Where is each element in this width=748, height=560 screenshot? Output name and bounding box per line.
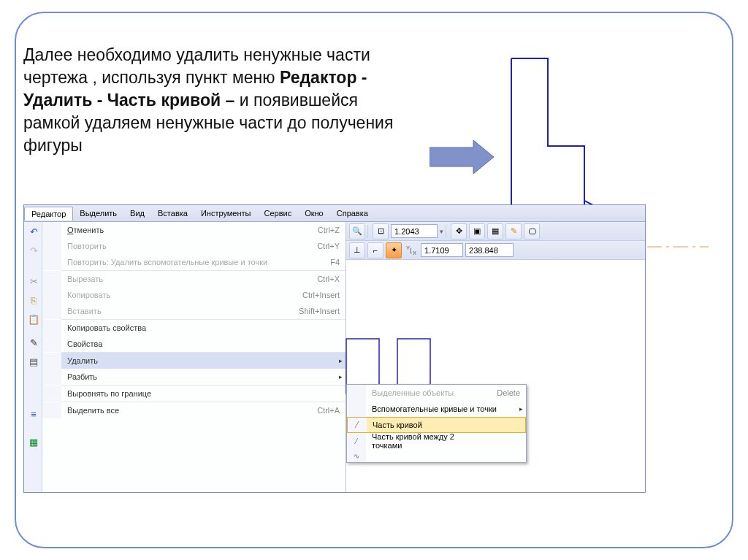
menu-insert[interactable]: Вставка	[151, 207, 194, 220]
paste-icon[interactable]: 📋	[26, 311, 42, 327]
submenu-selected: Выделенные объекты Delete	[347, 385, 526, 401]
menu-paste: Вставить Shift+Insert	[42, 303, 346, 319]
menu-align[interactable]: Выровнять по границе	[42, 386, 346, 402]
menu-undo[interactable]: Отменить Ctrl+Z	[42, 222, 346, 238]
menu-bar: Редактор Выделить Вид Вставка Инструмент…	[24, 205, 645, 222]
menu-service[interactable]: Сервис	[258, 207, 299, 220]
pan-icon[interactable]: ✥	[451, 223, 467, 239]
delete-submenu: Выделенные объекты Delete Вспомогательны…	[346, 384, 527, 463]
zoom-input[interactable]	[391, 224, 438, 238]
menu-split[interactable]: Разбить ▸	[42, 369, 346, 385]
perpendicular-icon[interactable]: ⊥	[349, 242, 365, 258]
snap-icon[interactable]: ✦	[386, 242, 402, 258]
properties-icon[interactable]: ▤	[26, 353, 42, 369]
svg-marker-0	[430, 140, 494, 174]
submenu-more[interactable]: ∿	[347, 449, 526, 462]
menu-select-all[interactable]: Выделить все Ctrl+A	[42, 402, 346, 418]
submenu-aux[interactable]: Вспомогательные кривые и точки ▸	[347, 401, 526, 417]
menu-redo: Повторить Ctrl+Y	[42, 238, 346, 254]
menu-copy-props[interactable]: Копировать свойства	[42, 320, 346, 336]
menu-window[interactable]: Окно	[298, 207, 330, 220]
align-icon[interactable]: ≡	[26, 406, 42, 422]
cut-icon[interactable]: ✂	[26, 273, 42, 289]
y-coord-input[interactable]	[465, 243, 514, 257]
coord-toolbar: ⊥ ⌐ ✦ Y⌊X	[346, 241, 645, 260]
menu-copy: Копировать Ctrl+Insert	[42, 287, 346, 303]
submenu-curve-part-2pts[interactable]: ∕ Часть кривой между 2 точками	[347, 433, 526, 449]
menu-editor[interactable]: Редактор	[24, 207, 73, 220]
select-all-icon[interactable]: ▦	[26, 434, 42, 450]
angle-icon[interactable]: ⌐	[367, 242, 383, 258]
grid-icon[interactable]: ▦	[487, 223, 503, 239]
copy-icon[interactable]: ⎘	[26, 292, 42, 308]
menu-properties[interactable]: Свойства	[42, 336, 346, 352]
menu-tools[interactable]: Инструменты	[194, 207, 258, 220]
app-window: Редактор Выделить Вид Вставка Инструмент…	[23, 204, 646, 493]
vertical-toolbar: ↶ ↷ ✂ ⎘ 📋 ✎ ▤ ≡ ▦	[24, 222, 42, 492]
editor-menu: Отменить Ctrl+Z Повторить Ctrl+Y Повтори…	[42, 222, 346, 492]
arrow-icon	[430, 139, 495, 175]
brush-icon[interactable]: ✎	[26, 334, 42, 350]
x-label: Y⌊X	[404, 245, 419, 256]
x-coord-input[interactable]	[421, 243, 463, 257]
zoom-in-icon[interactable]: 🔍	[349, 223, 365, 239]
instruction-text: Далее необходимо удалить ненужные части …	[23, 44, 411, 157]
undo-icon[interactable]: ↶	[26, 223, 42, 239]
menu-redo-last: Повторить: Удалить вспомогательные кривы…	[42, 254, 346, 270]
menu-view[interactable]: Вид	[123, 207, 151, 220]
menu-cut: Вырезать Ctrl+X	[42, 271, 346, 287]
canvas-area[interactable]: 🔍 ⊡ ▾ ✥ ▣ ▦ ✎ 🖵 ⊥ ⌐ ✦ Y⌊X	[346, 222, 645, 492]
fit-icon[interactable]: ▣	[469, 223, 485, 239]
menu-delete[interactable]: Удалить ▸	[42, 353, 346, 369]
brush2-icon[interactable]: ✎	[505, 223, 522, 239]
zoom-area-icon[interactable]: ⊡	[373, 223, 389, 239]
menu-select[interactable]: Выделить	[73, 207, 123, 220]
submenu-curve-part[interactable]: ∕ Часть кривой	[347, 417, 526, 433]
redo-icon[interactable]: ↷	[26, 242, 42, 258]
menu-help[interactable]: Справка	[330, 207, 375, 220]
screen-icon[interactable]: 🖵	[524, 223, 540, 239]
view-toolbar: 🔍 ⊡ ▾ ✥ ▣ ▦ ✎ 🖵	[346, 222, 645, 241]
